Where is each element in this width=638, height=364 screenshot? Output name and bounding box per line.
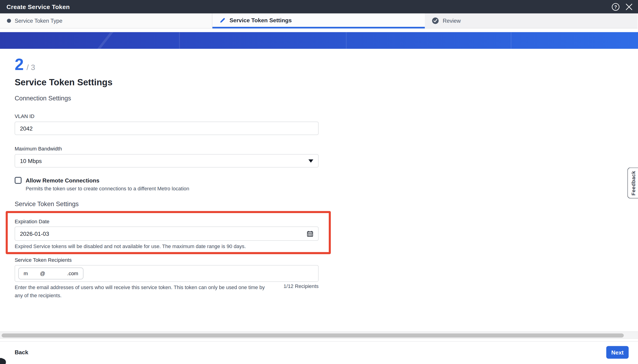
svg-text:?: ? <box>614 4 617 9</box>
step-total: / 3 <box>27 63 35 72</box>
back-button[interactable]: Back <box>15 349 28 356</box>
vlan-id-label: VLAN ID <box>15 113 34 119</box>
tab-label: Review <box>443 18 461 24</box>
remote-connections-checkbox[interactable] <box>15 177 22 184</box>
section-service-token-settings: Service Token Settings <box>15 200 79 208</box>
close-icon[interactable] <box>624 2 633 11</box>
dialog-footer: Back Next <box>0 341 638 364</box>
recipients-count: 1/12 Recipients <box>284 283 319 289</box>
create-service-token-dialog: Create Service Token ? Service Token Typ… <box>0 0 638 364</box>
recipients-input[interactable]: m @ .com <box>15 265 319 282</box>
feedback-tab[interactable]: Feedback <box>627 168 638 198</box>
recipient-chip-start: m <box>24 270 28 276</box>
recipients-help-row: Enter the email addresses of users who w… <box>15 283 319 300</box>
tab-label: Service Token Type <box>15 18 63 24</box>
bandwidth-value: 10 Mbps <box>20 158 42 164</box>
feedback-label: Feedback <box>630 171 636 196</box>
tab-label: Service Token Settings <box>229 17 292 24</box>
decorative-banner <box>0 32 638 49</box>
recipient-chip-end: .com <box>67 270 79 276</box>
calendar-icon[interactable] <box>307 230 313 237</box>
section-connection-settings: Connection Settings <box>15 95 71 102</box>
remote-connections-help: Permits the token user to create connect… <box>26 185 189 193</box>
vlan-id-input[interactable]: 2042 <box>15 122 319 135</box>
bandwidth-label: Maximum Bandwidth <box>15 146 62 152</box>
dialog-titlebar: Create Service Token ? <box>0 0 638 14</box>
help-icon[interactable]: ? <box>611 2 620 11</box>
remote-connections-row: Allow Remote Connections <box>15 177 99 184</box>
vlan-id-value: 2042 <box>20 125 33 132</box>
tab-service-token-settings[interactable]: Service Token Settings <box>212 14 425 28</box>
recipient-chip[interactable]: m @ .com <box>18 268 84 280</box>
expiration-date-value: 2026-01-03 <box>20 230 49 237</box>
recipients-label: Service Token Recipients <box>15 257 72 263</box>
horizontal-scrollbar-thumb[interactable] <box>2 334 624 338</box>
pencil-icon <box>219 17 226 24</box>
expiration-date-input[interactable]: 2026-01-03 <box>15 226 319 241</box>
wizard-tabs: Service Token Type Service Token Setting… <box>0 14 638 28</box>
expiration-date-help: Expired Service tokens will be disabled … <box>15 243 246 251</box>
page-title: Service Token Settings <box>15 77 113 88</box>
step-current: 2 <box>15 56 24 72</box>
recipient-chip-at: @ <box>40 270 45 276</box>
dot-icon <box>7 19 11 23</box>
check-circle-icon <box>432 17 439 24</box>
chevron-down-icon <box>308 159 313 162</box>
remote-connections-label: Allow Remote Connections <box>26 177 99 184</box>
expiration-date-label: Expiration Date <box>15 219 50 225</box>
horizontal-scrollbar-track[interactable] <box>0 331 638 339</box>
step-indicator: 2 / 3 <box>15 56 35 72</box>
tab-review[interactable]: Review <box>425 14 637 28</box>
recipients-help: Enter the email addresses of users who w… <box>15 283 271 300</box>
next-button[interactable]: Next <box>606 346 628 359</box>
bandwidth-select[interactable]: 10 Mbps <box>15 154 319 168</box>
tab-service-token-type[interactable]: Service Token Type <box>0 14 212 28</box>
dialog-title: Create Service Token <box>7 3 70 10</box>
